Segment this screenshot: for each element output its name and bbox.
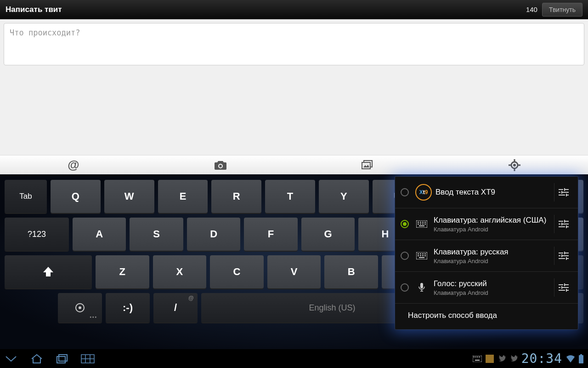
ime-option-xt9[interactable]: Xt9 Ввод текста XT9	[395, 177, 578, 208]
recent-apps-button[interactable]	[56, 350, 68, 368]
svg-rect-11	[418, 224, 419, 224]
svg-rect-27	[57, 356, 65, 363]
key-a[interactable]: A	[73, 218, 126, 251]
ime-subtitle: Клавиатура Android	[434, 289, 550, 296]
svg-point-5	[79, 306, 81, 309]
radio-icon	[401, 188, 409, 196]
svg-rect-33	[477, 356, 478, 357]
key-e[interactable]: E	[158, 180, 208, 213]
clock[interactable]: 20:34	[521, 351, 562, 366]
svg-rect-24	[424, 255, 426, 256]
svg-rect-34	[479, 356, 480, 357]
svg-rect-22	[420, 255, 421, 256]
notification-icon-1[interactable]	[486, 350, 494, 368]
key-x[interactable]: X	[153, 255, 207, 288]
tweet-input[interactable]	[4, 23, 584, 65]
ime-settings-button[interactable]	[554, 278, 572, 297]
svg-rect-37	[580, 354, 582, 355]
ime-subtitle: Клавиатура Android	[434, 226, 550, 233]
apps-grid-button[interactable]	[81, 350, 95, 368]
key-v[interactable]: V	[267, 255, 321, 288]
key-b[interactable]: B	[324, 255, 378, 288]
ime-subtitle: Клавиатура Android	[434, 258, 550, 264]
key-y[interactable]: Y	[319, 180, 369, 213]
header-title: Написать твит	[6, 5, 526, 14]
key-d[interactable]: D	[187, 218, 240, 251]
ime-configure-button[interactable]: Настроить способ ввода	[395, 304, 578, 328]
gallery-icon	[361, 160, 374, 171]
key-input-settings[interactable]: •••	[58, 293, 102, 322]
camera-icon	[214, 160, 227, 171]
radio-icon	[401, 252, 409, 260]
shift-icon	[42, 266, 55, 277]
app-notify-icon	[486, 355, 494, 363]
keyboard-icon	[415, 252, 428, 259]
char-count: 140	[526, 6, 537, 13]
notification-icon-2[interactable]	[498, 350, 506, 368]
key-emoji[interactable]: :-)	[106, 293, 150, 322]
svg-rect-1	[362, 162, 370, 169]
key-s[interactable]: S	[130, 218, 183, 251]
key-c[interactable]: C	[210, 255, 264, 288]
at-icon: @	[68, 158, 79, 172]
notification-icon-3[interactable]	[509, 350, 518, 368]
svg-rect-17	[418, 253, 419, 254]
svg-rect-38	[579, 355, 583, 363]
ime-option-english[interactable]: Клавиатура: английская (США) Клавиатура …	[395, 208, 578, 240]
key-q[interactable]: Q	[51, 180, 101, 213]
key-shift[interactable]	[5, 255, 92, 288]
key-g[interactable]: G	[301, 218, 355, 251]
svg-rect-35	[475, 360, 480, 361]
grid-icon	[81, 354, 95, 363]
keyboard-icon	[415, 220, 428, 228]
svg-rect-19	[422, 253, 424, 254]
ime-title: Клавиатура: русская	[434, 247, 550, 257]
svg-rect-14	[424, 224, 426, 224]
microphone-icon	[415, 283, 428, 292]
xt9-icon: Xt9	[415, 184, 432, 201]
gear-icon	[75, 303, 85, 313]
key-slash[interactable]: @ /	[153, 293, 198, 322]
chevron-down-icon	[5, 355, 17, 363]
key-slash-sup: @	[188, 295, 194, 301]
home-icon	[30, 353, 43, 364]
ime-settings-button[interactable]	[554, 215, 572, 233]
svg-rect-18	[420, 253, 421, 254]
recent-icon	[56, 354, 68, 364]
ime-option-russian[interactable]: Клавиатура: русская Клавиатура Android	[395, 240, 578, 272]
back-button[interactable]	[5, 350, 17, 368]
tweet-button[interactable]: Твитнуть	[542, 3, 582, 17]
key-symbols[interactable]: ?123	[5, 218, 69, 251]
svg-rect-25	[419, 257, 424, 258]
compose-area	[0, 19, 588, 155]
svg-rect-36	[486, 355, 494, 363]
ime-title: Клавиатура: английская (США)	[434, 216, 550, 225]
location-button[interactable]	[441, 155, 588, 174]
key-t[interactable]: T	[265, 180, 315, 213]
key-r[interactable]: R	[211, 180, 261, 213]
camera-button[interactable]	[147, 155, 294, 174]
ime-settings-button[interactable]	[554, 247, 572, 265]
mention-button[interactable]: @	[0, 155, 147, 174]
bird-icon	[498, 355, 506, 363]
system-bar: 20:34	[0, 349, 588, 368]
svg-rect-15	[419, 225, 424, 226]
home-button[interactable]	[30, 350, 43, 368]
svg-rect-13	[422, 224, 424, 224]
key-f[interactable]: F	[244, 218, 297, 251]
key-tab[interactable]: Tab	[5, 180, 47, 213]
keyboard-notification-icon[interactable]	[473, 350, 482, 368]
ime-title: Ввод текста XT9	[435, 188, 550, 197]
ime-settings-button[interactable]	[554, 183, 572, 201]
gallery-button[interactable]	[294, 155, 441, 174]
radio-icon	[401, 220, 409, 228]
radio-icon	[401, 283, 409, 292]
sliders-icon	[559, 219, 569, 229]
ime-option-voice[interactable]: Голос: русский Клавиатура Android	[395, 272, 578, 304]
keyboard-small-icon	[473, 356, 482, 362]
location-icon	[509, 159, 520, 171]
key-w[interactable]: W	[104, 180, 154, 213]
key-z[interactable]: Z	[96, 255, 149, 288]
svg-rect-26	[420, 283, 423, 288]
wifi-icon	[566, 355, 575, 363]
